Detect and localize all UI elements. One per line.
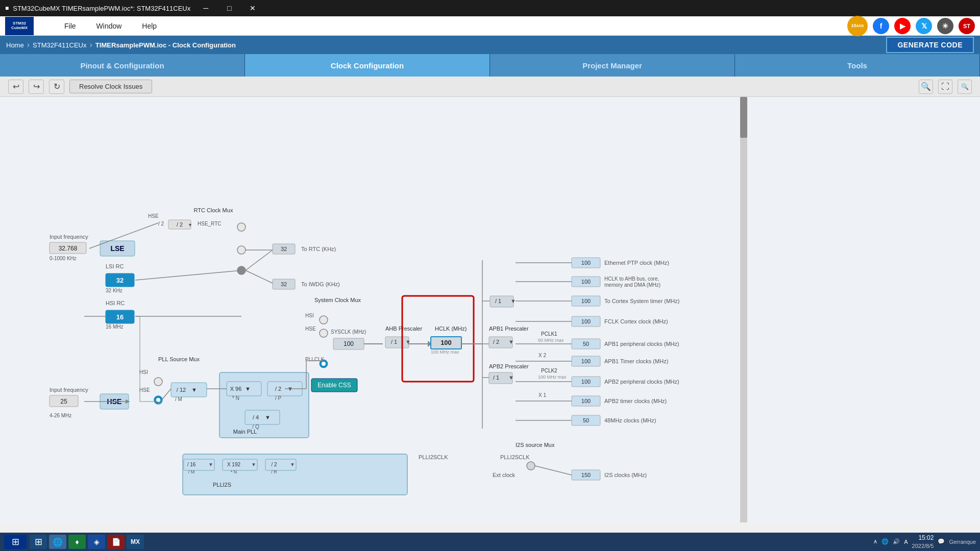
tab-project[interactable]: Project Manager (490, 54, 735, 77)
tab-clock[interactable]: Clock Configuration (245, 54, 490, 77)
network-icon[interactable]: ✳ (937, 18, 953, 34)
lsi-unit: 32 KHz (106, 288, 122, 293)
mhz48-label: 48MHz clocks (MHz) (604, 417, 656, 423)
svg-rect-119 (740, 97, 747, 138)
ethernet-label: Ethernet PTP clock (MHz) (604, 260, 669, 266)
svg-text:▼: ▼ (245, 386, 251, 392)
ahb-prescaler: AHB Prescaler (385, 325, 422, 332)
tab-tools[interactable]: Tools (735, 54, 980, 77)
svg-text:/ R: / R (271, 469, 277, 474)
apb2-timer-val: 100 (581, 398, 591, 404)
svg-text:X 192: X 192 (227, 462, 241, 467)
lse-freq: 32.768 (59, 245, 78, 252)
start-button[interactable]: ⊞ (4, 535, 27, 549)
hsi-val: 16 (116, 313, 124, 321)
apb2-periph-label: APB2 peripheral clocks (MHz) (604, 379, 679, 385)
tray-notification[interactable]: 💬 (938, 538, 945, 545)
window-controls: ─ □ ✕ (194, 0, 264, 16)
logo-area: STM32 CubeMX (5, 17, 34, 35)
taskbar-app-green[interactable]: ♦ (68, 535, 86, 549)
svg-text:HSE: HSE (305, 326, 316, 332)
svg-point-21 (154, 378, 162, 386)
i2s-source-mux: I2S source Mux (516, 442, 555, 448)
svg-text:* N: * N (232, 395, 239, 401)
i2s-clocks-val: 150 (581, 472, 591, 478)
st-logo: ST (959, 18, 975, 34)
hclk-label: HCLK (MHz) (435, 325, 467, 332)
breadcrumb-home[interactable]: Home (6, 41, 24, 49)
social-icons: 10ANS f ▶ 𝕏 ✳ ST (847, 16, 975, 36)
breadcrumb: Home › STM32F411CEUx › TIMERsamplePWM.io… (0, 36, 980, 54)
taskbar-app-mx[interactable]: MX (127, 535, 144, 549)
undo-button[interactable]: ↩ (8, 80, 23, 94)
svg-text:/ P: / P (275, 395, 282, 401)
lse-range: 0-1000 KHz (50, 256, 77, 261)
tab-pinout[interactable]: Pinout & Configuration (0, 54, 245, 77)
sysclk-val: 100 (344, 340, 354, 347)
tray-network: 🌐 (881, 538, 889, 545)
svg-text:▼: ▼ (290, 462, 295, 467)
resolve-clock-button[interactable]: Resolve Clock Issues (69, 80, 152, 93)
taskbar-app-blue[interactable]: ◈ (88, 535, 105, 549)
fit-button[interactable]: ⛶ (938, 80, 952, 94)
main-pll-label: Main PLL (233, 429, 257, 435)
facebook-icon[interactable]: f (873, 18, 889, 34)
rtc-clock-mux: RTC Clock Mux (194, 207, 233, 213)
div2-label: / 2 (158, 221, 164, 227)
zoom-search-button[interactable]: 🔍 (919, 80, 933, 94)
breadcrumb-page[interactable]: TIMERsamplePWM.ioc - Clock Configuration (95, 41, 236, 49)
close-button[interactable]: ✕ (241, 0, 264, 16)
breadcrumb-chip[interactable]: STM32F411CEUx (33, 41, 86, 49)
hse-input-label: Input frequency (50, 387, 88, 393)
cortex-timer-val: 100 (581, 298, 591, 304)
menu-help[interactable]: Help (132, 16, 167, 36)
hsi-rc-label: HSI RC (106, 300, 125, 306)
svg-text:▼: ▼ (208, 462, 213, 467)
taskbar-app-search[interactable]: ⊞ (30, 535, 47, 549)
minimize-button[interactable]: ─ (194, 0, 217, 16)
clock-diagram: Input frequency 32.768 0-1000 KHz LSE LS… (0, 97, 980, 522)
svg-text:▼: ▼ (508, 339, 514, 345)
refresh-button[interactable]: ↻ (49, 80, 64, 94)
svg-text:▼: ▼ (188, 222, 192, 228)
svg-text:/ 4: / 4 (253, 414, 259, 420)
tray-lang: A (904, 539, 908, 545)
svg-text:▼: ▼ (191, 387, 197, 393)
logo-line2: CubeMX (11, 26, 28, 31)
to-iwdg: To IWDG (KHz) (301, 281, 340, 287)
menu-bar: STM32 CubeMX File Window Help 10ANS f ▶ … (0, 16, 980, 36)
twitter-icon[interactable]: 𝕏 (916, 18, 932, 34)
menu-window[interactable]: Window (86, 16, 132, 36)
svg-text:▼: ▼ (265, 414, 271, 420)
date-display: 2022/8/5 (912, 542, 934, 549)
apb1-timer-label: APB1 Timer clocks (MHz) (604, 358, 668, 364)
breadcrumb-sep1: › (27, 40, 30, 49)
pclk2: PCLK2 (541, 368, 557, 373)
menu-file[interactable]: File (54, 16, 86, 36)
taskbar-app-chrome[interactable]: 🌐 (49, 535, 66, 549)
taskbar-app-red[interactable]: 📄 (107, 535, 125, 549)
lsi-rc-label: LSI RC (106, 263, 124, 269)
pll-hsi: HSI (139, 369, 148, 375)
toolbar: ↩ ↪ ↻ Resolve Clock Issues 🔍 ⛶ 🔍 (0, 77, 980, 97)
svg-text:* N: * N (231, 469, 237, 474)
tray-expand[interactable]: ∧ (873, 538, 877, 545)
pclk1: PCLK1 (541, 331, 557, 337)
lse-box: LSE (110, 244, 124, 253)
svg-text:/ 2: / 2 (177, 221, 183, 228)
youtube-icon[interactable]: ▶ (894, 18, 911, 34)
title-text: STM32CubeMX TIMERsamplePWM.ioc*: STM32F4… (13, 5, 190, 12)
time-display: 15:02 (912, 534, 934, 542)
zoom-out-button[interactable]: 🔍 (958, 80, 972, 94)
fclk-val: 100 (581, 318, 591, 324)
svg-rect-42 (245, 410, 280, 424)
hse-range: 4-26 MHz (50, 413, 71, 418)
apb2-periph-val: 100 (581, 379, 591, 385)
lsi-val: 32 (116, 277, 124, 284)
svg-point-52 (322, 362, 326, 366)
generate-code-button[interactable]: GENERATE CODE (886, 37, 974, 53)
maximize-button[interactable]: □ (218, 0, 240, 16)
redo-button[interactable]: ↪ (29, 80, 44, 94)
pclk2-max: 100 MHz max (538, 374, 567, 380)
apb2-timer-mul: X 1 (538, 392, 546, 398)
